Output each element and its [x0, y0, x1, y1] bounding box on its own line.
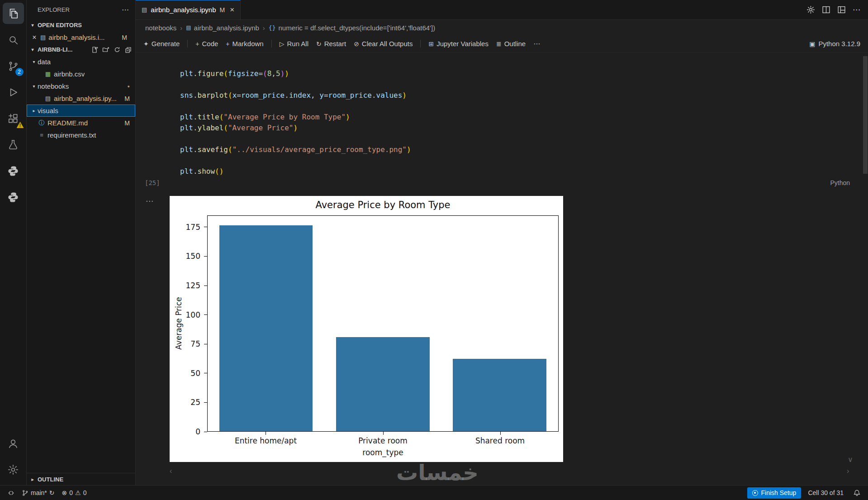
tree-item-airbnb-csv[interactable]: ▦airbnb.csv	[27, 68, 135, 80]
add-code-cell-button[interactable]: + Code	[195, 40, 218, 48]
tree-item-data[interactable]: ▾data	[27, 56, 135, 68]
jupyter-variables-button[interactable]: ⊞ Jupyter Variables	[428, 40, 489, 48]
open-editor-item[interactable]: × ▤ airbnb_analysis.i... M	[27, 31, 135, 43]
more-actions-icon[interactable]: ⋯	[853, 5, 860, 14]
code-line[interactable]	[180, 133, 411, 144]
new-file-icon[interactable]	[91, 46, 98, 53]
notebook-file-icon: ▤	[142, 6, 147, 13]
breadcrumb-file[interactable]: ▤ airbnb_analysis.ipynb	[186, 24, 259, 32]
workspace-header[interactable]: ▾ AIRBNB-LI...	[27, 43, 135, 56]
chevron-right-icon[interactable]: ›	[847, 467, 849, 475]
testing-icon[interactable]	[3, 134, 24, 155]
remote-indicator[interactable]	[5, 486, 18, 500]
new-folder-icon[interactable]	[102, 46, 109, 53]
problems-item[interactable]: ⊗ 0 ⚠ 0	[59, 486, 90, 500]
extensions-icon[interactable]: !	[3, 108, 24, 129]
open-editors-label: OPEN EDITORS	[38, 22, 82, 29]
breadcrumb-cell[interactable]: {} numeric = df.select_dtypes(include=['…	[269, 24, 435, 32]
kernel-icon: ▣	[809, 40, 815, 48]
plus-icon: +	[195, 40, 199, 48]
chart-bar-shared-room	[453, 359, 546, 431]
code-line[interactable]: plt.title("Average Price by Room Type")	[180, 112, 411, 123]
tree-item-airbnb-analysis-ipy[interactable]: ▤airbnb_analysis.ipy...M	[27, 92, 135, 105]
toolbar-more-button[interactable]: ⋯	[533, 40, 540, 48]
warning-count: 0	[83, 489, 87, 496]
code-line[interactable]	[180, 101, 411, 112]
clear-all-outputs-button[interactable]: ⊘ Clear All Outputs	[354, 40, 413, 48]
text-file-icon: ≡	[38, 132, 46, 138]
close-icon[interactable]: ×	[230, 5, 234, 14]
sparkle-icon: ✦	[143, 40, 149, 48]
bar-slot	[441, 216, 558, 431]
chevron-left-icon[interactable]: ‹	[170, 467, 172, 475]
status-bar-right: Finish Setup Cell 30 of 31	[747, 486, 863, 500]
more-actions-icon[interactable]: ⋯	[122, 5, 129, 14]
python-environments-icon[interactable]	[3, 186, 24, 208]
code-line[interactable]: plt.show()	[180, 166, 411, 177]
indent-spacer	[37, 71, 44, 76]
generate-button[interactable]: ✦ Generate	[143, 40, 180, 48]
sync-icon: ↻	[49, 489, 55, 496]
kernel-picker[interactable]: ▣ Python 3.12.9	[809, 40, 860, 48]
explorer-icon[interactable]	[3, 3, 24, 24]
outline-header[interactable]: ▸ OUTLINE	[27, 473, 135, 485]
search-icon[interactable]	[3, 29, 24, 50]
customize-layout-icon[interactable]	[837, 5, 846, 14]
warning-icon: ⚠	[75, 489, 81, 496]
notebook-file-icon: ▤	[40, 34, 46, 41]
python-icon[interactable]	[3, 160, 24, 181]
notifications-bell[interactable]	[850, 486, 863, 500]
editor-scrollbar[interactable]	[863, 56, 868, 174]
split-editor-icon[interactable]	[822, 5, 830, 14]
close-icon[interactable]: ×	[31, 33, 38, 42]
outline-button[interactable]: ≣ Outline	[496, 40, 526, 48]
finish-setup-button[interactable]: Finish Setup	[747, 487, 802, 499]
tree-item-notebooks[interactable]: ▾notebooks●	[27, 80, 135, 92]
y-tick-label: 25	[190, 398, 200, 407]
run-debug-icon[interactable]	[3, 81, 24, 103]
tree-item-readme-md[interactable]: ⓘREADME.mdM	[27, 117, 135, 129]
breadcrumb-notebooks[interactable]: notebooks	[145, 24, 176, 32]
chevron-right-icon: ▸	[30, 108, 38, 113]
tree-item-visuals[interactable]: ▸visuals	[27, 105, 135, 117]
chevron-down-icon: ▾	[30, 59, 38, 64]
cell-language-picker[interactable]: Python	[830, 179, 850, 186]
outline-list-icon: ≣	[496, 40, 502, 48]
chart-xticks: Entire home/aptPrivate roomShared room	[207, 432, 559, 447]
x-tick-mark	[500, 432, 501, 435]
code-line[interactable]: plt.savefig("../visuals/average_price_ro…	[180, 144, 411, 155]
code-line[interactable]: plt.ylabel("Average Price")	[180, 123, 411, 133]
refresh-explorer-icon[interactable]	[114, 46, 121, 53]
tree-item-requirements-txt[interactable]: ≡requirements.txt	[27, 129, 135, 141]
chevron-down-icon[interactable]: ∨	[848, 455, 853, 464]
error-icon: ⊗	[62, 489, 67, 496]
outline-label: OUTLINE	[38, 476, 63, 483]
open-editors-header[interactable]: ▾ OPEN EDITORS	[27, 19, 135, 31]
code-line[interactable]: plt.figure(figsize=(8,5))	[180, 68, 411, 79]
breadcrumb-separator: ›	[180, 24, 182, 32]
cell-code[interactable]: plt.figure(figsize=(8,5)) sns.barplot(x=…	[180, 68, 411, 177]
run-all-button[interactable]: ▷ Run All	[280, 40, 308, 48]
restart-kernel-button[interactable]: ↻ Restart	[316, 40, 346, 48]
tree-item-label: airbnb_analysis.ipy...	[54, 95, 117, 102]
chevron-down-icon: ▾	[30, 47, 35, 52]
git-branch-item[interactable]: main* ↻	[19, 486, 58, 500]
tab-airbnb-analysis[interactable]: ▤ airbnb_analysis.ipynb M ×	[136, 0, 241, 19]
code-line[interactable]	[180, 155, 411, 166]
source-control-icon[interactable]: 2	[3, 55, 24, 76]
output-menu-icon[interactable]: ⋯	[146, 196, 153, 206]
add-markdown-cell-button[interactable]: + Markdown	[226, 40, 263, 48]
account-icon[interactable]	[3, 433, 24, 454]
settings-gear-icon[interactable]	[3, 459, 24, 480]
x-tick-mark	[266, 432, 266, 435]
indent-spacer	[37, 96, 44, 101]
csv-file-icon: ▦	[44, 71, 52, 77]
collapse-folders-icon[interactable]	[125, 46, 132, 53]
cell-position-indicator[interactable]: Cell 30 of 31	[805, 486, 847, 500]
code-line[interactable]: sns.barplot(x=room_price.index, y=room_p…	[180, 90, 411, 101]
y-tick-mark	[204, 286, 207, 286]
run-settings-gear-icon[interactable]	[806, 5, 815, 14]
git-modified-badge: M	[124, 95, 130, 102]
code-line[interactable]	[180, 79, 411, 90]
finish-setup-icon	[752, 490, 758, 496]
